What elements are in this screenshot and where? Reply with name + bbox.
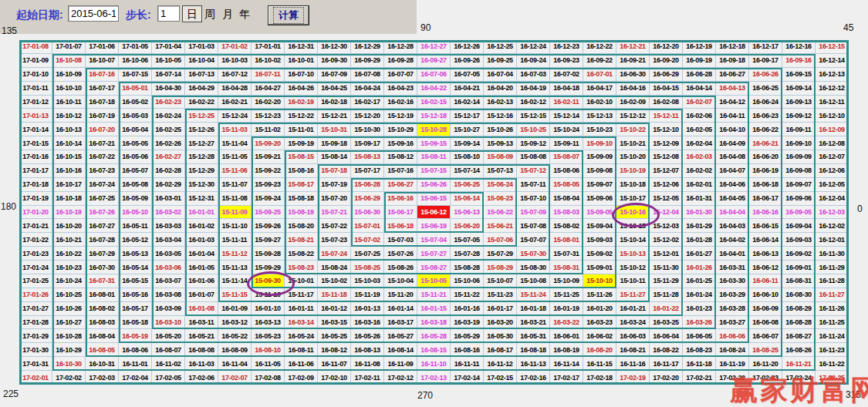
- date-cell[interactable]: 16-09-17: [749, 54, 782, 68]
- date-cell[interactable]: 15-07-11: [517, 178, 550, 192]
- date-cell[interactable]: 15-12-27: [185, 136, 218, 150]
- date-cell[interactable]: 16-02-14: [451, 96, 484, 109]
- date-cell[interactable]: 17-01-11: [19, 82, 52, 96]
- date-cell[interactable]: 16-10-05: [152, 54, 185, 68]
- date-cell[interactable]: 15-10-03: [351, 274, 384, 288]
- date-cell[interactable]: 16-05-27: [384, 329, 417, 343]
- date-cell[interactable]: 16-03-07: [152, 274, 185, 288]
- date-cell[interactable]: 16-11-03: [185, 357, 218, 371]
- date-cell[interactable]: 16-12-29: [351, 40, 384, 54]
- date-cell[interactable]: 16-09-03: [782, 233, 816, 247]
- date-cell[interactable]: 16-07-11: [252, 68, 285, 82]
- date-cell[interactable]: 16-03-05: [152, 247, 185, 261]
- date-cell[interactable]: 16-03-06: [152, 261, 185, 274]
- date-cell[interactable]: 16-12-31: [285, 40, 318, 54]
- date-cell[interactable]: 17-02-18: [583, 371, 616, 385]
- date-cell[interactable]: 17-01-17: [19, 164, 52, 178]
- date-cell[interactable]: 15-12-16: [484, 109, 517, 123]
- date-cell[interactable]: 16-10-01: [285, 54, 318, 68]
- date-cell[interactable]: 16-04-11: [716, 109, 749, 123]
- date-cell[interactable]: 15-12-20: [351, 109, 384, 123]
- date-cell[interactable]: 15-07-25: [351, 247, 384, 261]
- date-cell[interactable]: 16-08-27: [782, 329, 816, 343]
- date-cell[interactable]: 16-08-19: [550, 343, 583, 357]
- date-cell[interactable]: 15-10-09: [550, 274, 583, 288]
- date-cell[interactable]: 16-07-04: [484, 68, 517, 82]
- date-cell[interactable]: 16-06-12: [749, 261, 782, 274]
- date-cell[interactable]: 16-02-24: [152, 109, 185, 123]
- date-cell[interactable]: 16-10-16: [52, 164, 86, 178]
- date-cell[interactable]: 16-12-15: [816, 40, 849, 54]
- date-cell[interactable]: 15-10-22: [616, 123, 650, 136]
- date-cell[interactable]: 16-04-04: [716, 206, 749, 220]
- date-cell[interactable]: 15-07-15: [417, 164, 451, 178]
- date-cell[interactable]: 15-06-22: [484, 206, 517, 220]
- date-cell[interactable]: 15-06-21: [484, 219, 517, 233]
- date-cell[interactable]: 16-07-22: [86, 150, 119, 164]
- date-cell[interactable]: 15-07-13: [484, 164, 517, 178]
- date-cell[interactable]: 16-10-20: [52, 219, 86, 233]
- date-cell[interactable]: 16-11-02: [152, 357, 185, 371]
- date-cell[interactable]: 16-11-15: [583, 357, 616, 371]
- date-cell[interactable]: 15-10-14: [616, 233, 650, 247]
- date-cell[interactable]: 15-07-04: [417, 233, 451, 247]
- date-cell[interactable]: 16-12-19: [683, 40, 716, 54]
- date-cell[interactable]: 17-01-01: [252, 40, 285, 54]
- date-cell[interactable]: 16-12-03: [816, 206, 849, 220]
- date-cell[interactable]: 16-04-22: [417, 82, 451, 96]
- date-cell[interactable]: 15-10-21: [616, 136, 650, 150]
- date-cell[interactable]: 15-09-23: [252, 178, 285, 192]
- date-cell[interactable]: 16-01-25: [683, 274, 716, 288]
- date-cell[interactable]: 16-06-17: [749, 192, 782, 206]
- date-cell[interactable]: 15-11-24: [517, 288, 550, 302]
- date-cell[interactable]: 15-12-14: [550, 109, 583, 123]
- date-cell[interactable]: 17-01-03: [185, 40, 218, 54]
- date-cell[interactable]: 16-09-30: [318, 54, 351, 68]
- date-cell[interactable]: 16-06-28: [683, 68, 716, 82]
- date-cell[interactable]: 16-09-28: [384, 54, 417, 68]
- date-cell[interactable]: 16-09-04: [782, 219, 816, 233]
- date-cell[interactable]: 16-07-27: [86, 219, 119, 233]
- date-cell[interactable]: 15-10-28: [417, 123, 451, 136]
- date-cell[interactable]: 16-11-09: [384, 357, 417, 371]
- date-cell[interactable]: 16-03-20: [484, 316, 517, 330]
- date-cell[interactable]: 16-05-09: [119, 192, 152, 206]
- date-cell[interactable]: 15-07-19: [318, 178, 351, 192]
- date-cell[interactable]: 17-01-10: [19, 68, 52, 82]
- date-cell[interactable]: 16-01-17: [484, 302, 517, 316]
- date-cell[interactable]: 15-09-29: [252, 261, 285, 274]
- date-cell[interactable]: 17-01-16: [19, 150, 52, 164]
- date-cell[interactable]: 15-10-08: [517, 274, 550, 288]
- date-cell[interactable]: 16-02-22: [185, 96, 218, 109]
- date-cell[interactable]: 16-04-19: [517, 82, 550, 96]
- date-cell[interactable]: 15-08-01: [550, 233, 583, 247]
- date-cell[interactable]: 17-02-07: [218, 371, 252, 385]
- date-cell[interactable]: 16-07-05: [451, 68, 484, 82]
- date-cell[interactable]: 16-03-30: [716, 274, 749, 288]
- date-cell[interactable]: 15-07-08: [517, 219, 550, 233]
- date-cell[interactable]: 16-08-14: [384, 343, 417, 357]
- date-cell[interactable]: 16-02-16: [384, 96, 417, 109]
- date-cell[interactable]: 16-08-13: [351, 343, 384, 357]
- date-cell[interactable]: 16-01-04: [185, 247, 218, 261]
- date-cell[interactable]: 16-10-19: [52, 206, 86, 220]
- date-cell[interactable]: 16-06-05: [683, 329, 716, 343]
- date-cell[interactable]: 16-05-01: [119, 82, 152, 96]
- date-cell[interactable]: 15-08-18: [285, 192, 318, 206]
- date-cell[interactable]: 16-08-07: [152, 343, 185, 357]
- date-cell[interactable]: 16-09-07: [782, 178, 816, 192]
- date-cell[interactable]: 15-06-19: [417, 219, 451, 233]
- date-cell[interactable]: 16-02-06: [683, 109, 716, 123]
- date-cell[interactable]: 16-01-03: [185, 233, 218, 247]
- date-cell[interactable]: 15-11-01: [285, 123, 318, 136]
- date-cell[interactable]: 16-04-27: [252, 82, 285, 96]
- date-cell[interactable]: 15-09-09: [583, 150, 616, 164]
- date-cell[interactable]: 16-07-08: [351, 68, 384, 82]
- date-cell[interactable]: 15-07-24: [318, 247, 351, 261]
- date-cell[interactable]: 15-07-18: [318, 164, 351, 178]
- date-cell[interactable]: 16-03-26: [683, 316, 716, 330]
- date-cell[interactable]: 16-03-29: [716, 288, 749, 302]
- date-cell[interactable]: 16-03-31: [716, 261, 749, 274]
- date-cell[interactable]: 15-07-20: [318, 192, 351, 206]
- date-cell[interactable]: 16-12-09: [816, 123, 849, 136]
